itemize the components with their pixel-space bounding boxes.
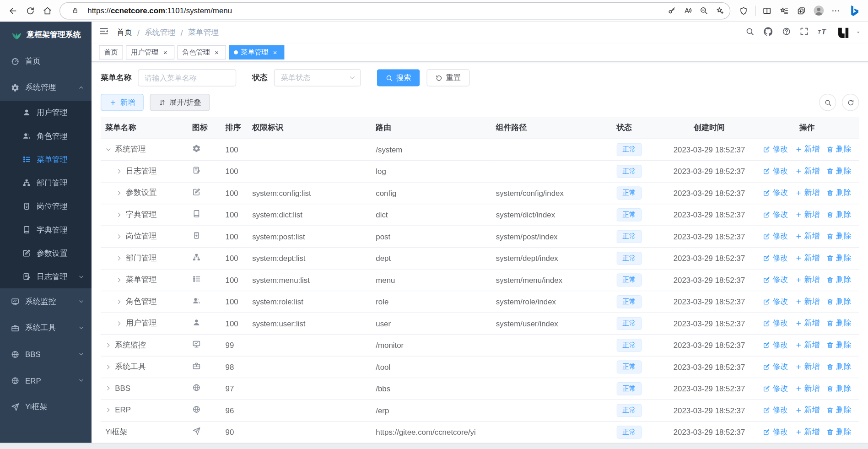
expand-row-icon[interactable]: [116, 233, 123, 239]
expand-row-icon[interactable]: [116, 255, 123, 261]
sidebar-toggle-icon[interactable]: [99, 27, 108, 39]
edit-link[interactable]: 修改: [763, 383, 788, 394]
page-scrollbar[interactable]: [0, 443, 868, 449]
sidebar-item-角色管理[interactable]: 角色管理: [0, 124, 92, 147]
add-link[interactable]: 新增: [795, 188, 819, 198]
sidebar-item-首页[interactable]: 首页: [0, 48, 92, 75]
delete-link[interactable]: 删除: [826, 405, 851, 416]
sidebar-item-岗位管理[interactable]: 岗位管理: [0, 195, 92, 218]
add-link[interactable]: 新增: [795, 275, 819, 285]
browser-essentials-icon[interactable]: [735, 2, 752, 19]
edit-link[interactable]: 修改: [763, 405, 788, 416]
search-button[interactable]: 搜索: [377, 69, 420, 87]
user-avatar[interactable]: [836, 26, 851, 40]
add-link[interactable]: 新增: [795, 231, 819, 242]
fullscreen-icon[interactable]: [800, 27, 809, 38]
add-link[interactable]: 新增: [795, 209, 819, 220]
delete-link[interactable]: 删除: [826, 296, 851, 307]
delete-link[interactable]: 删除: [826, 166, 851, 176]
delete-link[interactable]: 删除: [826, 318, 851, 329]
home-icon[interactable]: [39, 2, 56, 19]
zoom-out-icon[interactable]: [695, 3, 712, 18]
collapse-row-icon[interactable]: [105, 146, 112, 152]
sidebar-item-参数设置[interactable]: 参数设置: [0, 242, 92, 265]
expand-row-icon[interactable]: [105, 407, 112, 413]
expand-row-icon[interactable]: [116, 189, 123, 196]
edit-link[interactable]: 修改: [763, 275, 788, 285]
add-link[interactable]: 新增: [795, 362, 819, 372]
search-circle-icon[interactable]: [819, 94, 836, 111]
sidebar-item-部门管理[interactable]: 部门管理: [0, 171, 92, 195]
sidebar-item-Yi框架[interactable]: Yi框架: [0, 394, 92, 420]
status-select[interactable]: 菜单状态: [274, 69, 361, 87]
app-logo[interactable]: 意框架管理系统: [0, 22, 92, 49]
close-icon[interactable]: ×: [271, 49, 280, 57]
expand-row-icon[interactable]: [116, 168, 123, 174]
question-icon[interactable]: [782, 27, 791, 38]
collections-icon[interactable]: [793, 2, 810, 19]
edit-link[interactable]: 修改: [763, 318, 788, 329]
expand-row-icon[interactable]: [116, 320, 123, 326]
profile-avatar[interactable]: [810, 2, 827, 19]
edit-link[interactable]: 修改: [763, 340, 788, 350]
github-icon[interactable]: [763, 26, 774, 39]
expand-row-icon[interactable]: [116, 298, 123, 305]
sidebar-item-日志管理[interactable]: 日志管理: [0, 265, 92, 288]
add-link[interactable]: 新增: [795, 296, 819, 307]
add-link[interactable]: 新增: [795, 340, 819, 350]
bing-icon[interactable]: [846, 1, 864, 20]
edit-link[interactable]: 修改: [763, 166, 788, 176]
add-button[interactable]: 新增: [101, 94, 144, 111]
sidebar-item-BBS[interactable]: BBS: [0, 341, 92, 368]
address-bar[interactable]: https://ccnetcore.com:1101/system/menu: [59, 2, 730, 19]
split-screen-icon[interactable]: [759, 2, 776, 19]
edit-link[interactable]: 修改: [763, 253, 788, 263]
edit-link[interactable]: 修改: [763, 188, 788, 198]
expand-row-icon[interactable]: [105, 385, 112, 391]
delete-link[interactable]: 删除: [826, 188, 851, 198]
add-link[interactable]: 新增: [795, 383, 819, 394]
back-icon[interactable]: [5, 2, 22, 19]
edit-link[interactable]: 修改: [763, 427, 788, 437]
delete-link[interactable]: 删除: [826, 383, 851, 394]
expand-collapse-button[interactable]: 展开/折叠: [150, 94, 210, 111]
expand-row-icon[interactable]: [105, 363, 112, 370]
sidebar-item-系统管理[interactable]: 系统管理: [0, 75, 92, 101]
delete-link[interactable]: 删除: [826, 427, 851, 437]
delete-link[interactable]: 删除: [826, 209, 851, 220]
expand-row-icon[interactable]: [116, 276, 123, 283]
add-link[interactable]: 新增: [795, 405, 819, 416]
delete-link[interactable]: 删除: [826, 340, 851, 350]
delete-link[interactable]: 删除: [826, 253, 851, 263]
edit-link[interactable]: 修改: [763, 209, 788, 220]
edit-link[interactable]: 修改: [763, 296, 788, 307]
key-icon[interactable]: [663, 3, 679, 18]
expand-row-icon[interactable]: [116, 211, 123, 218]
sidebar-item-ERP[interactable]: ERP: [0, 368, 92, 394]
add-link[interactable]: 新增: [795, 427, 819, 437]
tab-菜单管理[interactable]: 菜单管理×: [229, 45, 284, 60]
lock-icon[interactable]: [67, 3, 83, 18]
tab-首页[interactable]: 首页: [99, 45, 123, 60]
tab-用户管理[interactable]: 用户管理×: [126, 45, 174, 60]
sidebar-item-用户管理[interactable]: 用户管理: [0, 101, 92, 124]
delete-link[interactable]: 删除: [826, 144, 851, 155]
edit-link[interactable]: 修改: [763, 231, 788, 242]
text-size-icon[interactable]: TT: [817, 26, 828, 39]
caret-down-icon[interactable]: [856, 29, 861, 36]
sidebar-item-字典管理[interactable]: 字典管理: [0, 218, 92, 241]
close-icon[interactable]: ×: [213, 49, 221, 57]
add-link[interactable]: 新增: [795, 144, 819, 155]
reload-icon[interactable]: [22, 2, 39, 19]
edit-link[interactable]: 修改: [763, 144, 788, 155]
search-icon[interactable]: [745, 27, 755, 38]
add-link[interactable]: 新增: [795, 318, 819, 329]
more-icon[interactable]: [827, 2, 845, 19]
close-icon[interactable]: ×: [162, 49, 170, 57]
breadcrumb-home[interactable]: 首页: [117, 27, 132, 38]
tab-角色管理[interactable]: 角色管理×: [178, 45, 226, 60]
read-aloud-icon[interactable]: [679, 3, 695, 18]
sidebar-item-菜单管理[interactable]: 菜单管理: [0, 148, 92, 171]
menu-name-input[interactable]: [138, 69, 236, 87]
add-link[interactable]: 新增: [795, 166, 819, 176]
